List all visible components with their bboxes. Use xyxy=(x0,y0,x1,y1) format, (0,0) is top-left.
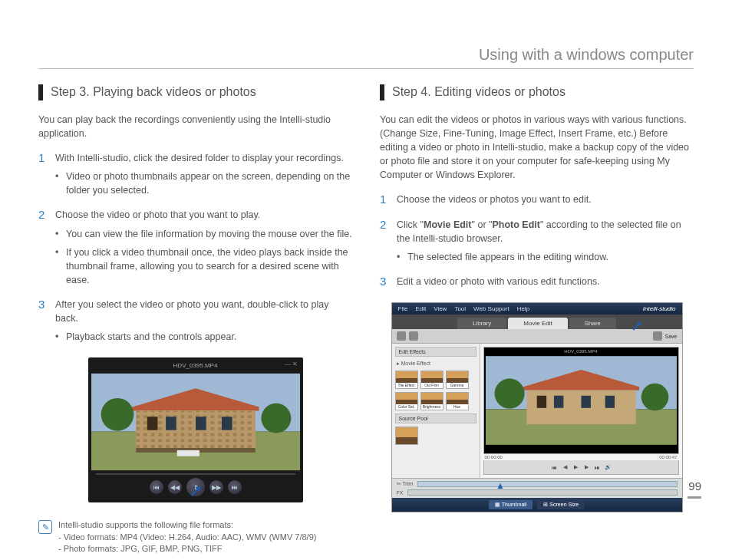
svg-rect-14 xyxy=(176,450,199,456)
fx-icon: FX xyxy=(397,490,404,496)
step3-item-3: 3 After you select the video or photo yo… xyxy=(38,298,352,344)
trim-label: Trim xyxy=(402,481,413,486)
svg-rect-21 xyxy=(581,396,590,408)
timeline-track: ▲ xyxy=(417,481,677,487)
svg-rect-19 xyxy=(536,396,546,408)
editor-footer: ▦ Thumbnail ⊞ Screen Size xyxy=(392,498,682,512)
effect-thumb: Gamma xyxy=(446,371,469,389)
footer-thumbnail: ▦ Thumbnail xyxy=(489,500,533,509)
player-controls: ⏮ ◀◀ ⏸ ▶▶ ⏭ ➚ xyxy=(91,472,300,499)
tab-library: Library xyxy=(457,318,506,329)
player-filename: HDV_0395.MP4 xyxy=(173,362,218,369)
next-icon: ⏭ xyxy=(593,463,601,471)
screen-icon xyxy=(409,331,418,341)
fx-track xyxy=(407,489,677,496)
effect-thumb: Old Film xyxy=(420,371,443,389)
step-text: Choose the video or photo that you want … xyxy=(55,209,260,220)
bullet: You can view the file information by mov… xyxy=(55,227,352,241)
step-text: Click "Movie Edit" or "Photo Edit" accor… xyxy=(397,219,681,244)
svg-rect-10 xyxy=(222,417,232,430)
step4-item-3: 3 Edit a video or photo with various edi… xyxy=(380,275,694,288)
prev-icon: ⏮ xyxy=(550,463,558,471)
step4-heading: Step 4. Editing videos or photos xyxy=(380,84,694,100)
play-pause-icon: ⏸ xyxy=(186,478,205,496)
step3-intro: You can play back the recordings conveni… xyxy=(38,113,352,140)
play-icon: ▶ xyxy=(572,463,579,471)
effect-thumb: Color Sat. xyxy=(395,392,418,410)
bullet: Video or photo thumbnails appear on the … xyxy=(55,170,352,197)
editor-player-controls: ⏮ ◀ ▶ ▶ ⏭ 🔊 xyxy=(483,460,679,475)
step4-intro: You can edit the videos or photos in var… xyxy=(380,113,694,183)
step-text: With Intelli-studio, click the desired f… xyxy=(55,153,344,163)
step3-heading: Step 3. Playing back videos or photos xyxy=(38,84,352,100)
note-line: Intelli-studio supports the following fi… xyxy=(58,519,316,531)
svg-rect-9 xyxy=(196,417,206,430)
editor-preview: HDV_0395.MP4 xyxy=(483,347,679,454)
tab-movie-edit: Movie Edit xyxy=(508,318,567,329)
home-icon xyxy=(397,331,406,341)
forward-icon: ▶ xyxy=(582,463,590,471)
note-line: - Photo formats: JPG, GIF, BMP, PNG, TIF… xyxy=(58,543,316,555)
bullet: Playback starts and the controls appear. xyxy=(55,330,352,344)
volume-icon: 🔊 xyxy=(604,463,612,471)
menu-item: Web Support xyxy=(473,305,509,312)
video-frame xyxy=(91,372,300,472)
note-box: ✎ Intelli-studio supports the following … xyxy=(38,519,352,555)
note-line: - Video formats: MP4 (Video: H.264, Audi… xyxy=(58,532,316,543)
step3-item-1: 1 With Intelli-studio, click the desired… xyxy=(38,151,352,197)
bullet: If you click a video thumbnail once, the… xyxy=(55,245,352,287)
menu-item: Tool xyxy=(454,305,466,312)
editor-main: HDV_0395.MP4 xyxy=(480,344,682,478)
panel-source-pool: Source Pool xyxy=(395,413,476,423)
menu-item: Edit xyxy=(415,305,426,312)
page-header: Using with a windows computer xyxy=(38,46,694,69)
time-left: 00:00:00 xyxy=(485,455,503,460)
rewind-icon: ◀◀ xyxy=(168,480,182,494)
effect-thumb: Hue xyxy=(446,392,469,410)
svg-point-23 xyxy=(494,379,524,409)
source-thumb xyxy=(395,427,418,445)
next-icon: ⏭ xyxy=(228,480,242,494)
editor-timeline: ✂ Trim ▲ FX xyxy=(392,478,682,498)
close-icon: — ✕ xyxy=(285,361,298,367)
effect-thumb: Tile Effect xyxy=(395,371,418,389)
effect-thumb: Brightness xyxy=(420,392,443,410)
player-titlebar: HDV_0395.MP4 — ✕ xyxy=(91,361,300,372)
right-column: Step 4. Editing videos or photos You can… xyxy=(380,84,694,555)
step-text: Edit a video or photo with various edit … xyxy=(397,276,600,287)
menu-item: File xyxy=(398,305,408,312)
prev-icon: ⏮ xyxy=(150,480,163,494)
panel-movie-effect: ▸ Movie Effect xyxy=(395,360,476,367)
editor-toolbar: Save xyxy=(392,329,682,344)
step3-item-2: 2 Choose the video or photo that you wan… xyxy=(38,208,352,287)
footer-screensize: ⊞ Screen Size xyxy=(537,500,585,509)
svg-rect-20 xyxy=(553,396,562,408)
tool-icon xyxy=(653,331,662,341)
save-label: Save xyxy=(665,334,678,339)
preview-filename: HDV_0395.MP4 xyxy=(564,349,597,354)
svg-point-13 xyxy=(261,404,291,433)
forward-icon: ▶▶ xyxy=(209,480,223,494)
svg-point-24 xyxy=(641,384,668,411)
panel-edit-effects: Edit Effects xyxy=(395,347,476,357)
editor-tabs: Library Movie Edit Share ➚ xyxy=(392,315,682,329)
step-text: Choose the videos or photos you want to … xyxy=(397,194,592,205)
svg-rect-22 xyxy=(605,396,614,408)
step-text: After you select the video or photo you … xyxy=(55,299,328,324)
note-icon: ✎ xyxy=(38,520,52,534)
page-number: 99 xyxy=(688,479,701,492)
tab-share: Share xyxy=(569,318,616,329)
time-right: 00:00:47 xyxy=(659,455,677,460)
app-brand: Intelli-studio xyxy=(643,305,676,312)
step4-item-2: 2 Click "Movie Edit" or "Photo Edit" acc… xyxy=(380,218,694,264)
bullet: The selected file appears in the editing… xyxy=(397,250,694,264)
svg-rect-8 xyxy=(166,417,176,430)
editor-menubar: File Edit View Tool Web Support Help Int… xyxy=(392,303,682,315)
svg-rect-7 xyxy=(147,417,157,430)
rewind-icon: ◀ xyxy=(561,463,569,471)
editor-figure: File Edit View Tool Web Support Help Int… xyxy=(391,302,683,512)
left-column: Step 3. Playing back videos or photos Yo… xyxy=(38,84,352,555)
player-figure: HDV_0395.MP4 — ✕ xyxy=(88,357,303,502)
step4-item-1: 1 Choose the videos or photos you want t… xyxy=(380,193,694,206)
svg-point-12 xyxy=(101,398,134,431)
